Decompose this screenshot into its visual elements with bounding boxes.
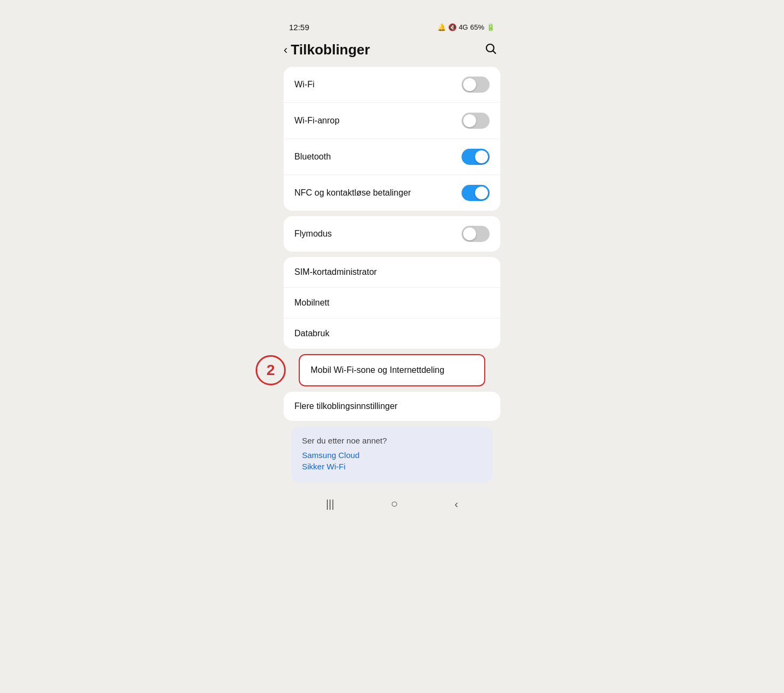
samsung-cloud-link[interactable]: Samsung Cloud [302,451,482,460]
battery-text: 65% [470,23,484,31]
more-settings-card: Flere tilkoblingsinnstillinger [284,392,500,421]
sim-row[interactable]: SIM-kortadministrator [284,257,500,288]
sim-label: SIM-kortadministrator [294,267,377,277]
bluetooth-row[interactable]: Bluetooth [284,139,500,175]
nfc-toggle[interactable] [462,185,490,201]
settings-content: Wi-Fi Wi-Fi-anrop Bluetooth NFC og konta… [276,67,508,483]
back-nav-button[interactable]: ‹ [455,498,458,510]
status-time: 12:59 [289,23,310,32]
back-button[interactable]: ‹ [284,43,287,57]
wifi-row[interactable]: Wi-Fi [284,67,500,103]
nav-bar: ||| ○ ‹ [276,488,508,522]
sikker-wifi-link[interactable]: Sikker Wi-Fi [302,462,482,471]
battery-icon: 🔋 [486,23,495,31]
toggle-group-card: Wi-Fi Wi-Fi-anrop Bluetooth NFC og konta… [284,67,500,211]
wifi-call-row[interactable]: Wi-Fi-anrop [284,103,500,139]
wifi-label: Wi-Fi [294,80,314,89]
mute-icon: 🔇 [448,23,457,31]
flymode-label: Flymodus [294,229,332,239]
page-title: Tilkoblinger [291,41,370,58]
highlighted-label: Mobil Wi-Fi-sone og Internettdeling [311,365,444,375]
svg-line-1 [493,51,496,53]
home-button[interactable]: ○ [391,497,398,511]
mobilnett-row[interactable]: Mobilnett [284,288,500,318]
databruk-row[interactable]: Databruk [284,318,500,349]
status-bar: 12:59 🔔 🔇 4G 65% 🔋 [276,16,508,36]
alarm-icon: 🔔 [437,23,446,31]
highlighted-row[interactable]: Mobil Wi-Fi-sone og Internettdeling [299,354,485,386]
suggestion-card: Ser du etter noe annet? Samsung Cloud Si… [291,426,493,483]
flymode-card: Flymodus [284,216,500,252]
mobilnett-label: Mobilnett [294,298,329,308]
step-number: 2 [266,362,275,379]
nfc-row[interactable]: NFC og kontaktløse betalinger [284,175,500,211]
list-card: SIM-kortadministrator Mobilnett Databruk [284,257,500,349]
flymode-toggle[interactable] [462,226,490,242]
signal-icon: 4G [459,23,468,31]
search-button[interactable] [484,42,497,58]
recent-apps-button[interactable]: ||| [326,498,334,510]
bluetooth-label: Bluetooth [294,152,331,162]
databruk-label: Databruk [294,329,329,338]
wifi-call-toggle[interactable] [462,113,490,129]
flymode-row[interactable]: Flymodus [284,216,500,252]
bluetooth-toggle[interactable] [462,149,490,165]
step-circle: 2 [256,355,286,385]
status-icons: 🔔 🔇 4G 65% 🔋 [437,23,495,31]
more-settings-row[interactable]: Flere tilkoblingsinnstillinger [284,392,500,421]
wifi-call-label: Wi-Fi-anrop [294,116,340,126]
highlighted-wrapper: 2 Mobil Wi-Fi-sone og Internettdeling [284,354,500,386]
header-left: ‹ Tilkoblinger [284,41,370,58]
suggestion-title: Ser du etter noe annet? [302,436,482,445]
more-settings-label: Flere tilkoblingsinnstillinger [294,401,397,411]
wifi-toggle[interactable] [462,77,490,93]
page-header: ‹ Tilkoblinger [276,36,508,67]
nfc-label: NFC og kontaktløse betalinger [294,188,411,198]
